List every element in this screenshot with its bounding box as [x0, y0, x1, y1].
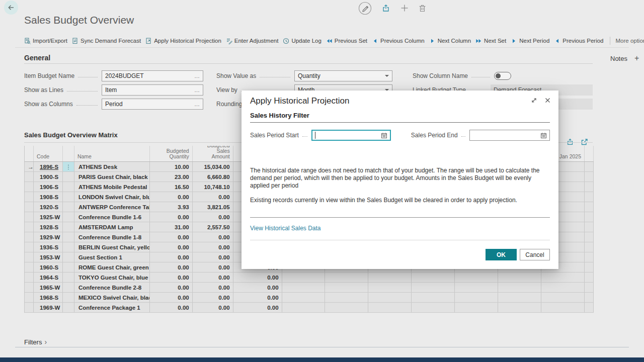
cell-amount[interactable]: 0.00 [193, 232, 233, 242]
cell-menu[interactable] [63, 212, 74, 222]
cell-code[interactable]: 1969-W [34, 303, 63, 312]
cell-qty[interactable]: 23.00 [150, 172, 193, 182]
item-code-link[interactable]: 1928-S [40, 224, 58, 230]
cell-code[interactable]: 1900-S [34, 172, 63, 182]
item-code-link[interactable]: 1920-S [40, 204, 58, 210]
show-as-lines-input[interactable]: Item … [102, 84, 203, 96]
item-code-link[interactable]: 1908-S [40, 194, 58, 200]
cell-amount[interactable]: 0.00 [193, 273, 233, 282]
cell-qty[interactable]: 0.00 [150, 242, 193, 252]
cell-code[interactable]: 1936-S [34, 242, 63, 252]
cell-amount[interactable]: 2,557.50 [193, 222, 233, 232]
cell-menu[interactable] [63, 262, 74, 272]
close-dialog-icon[interactable] [544, 97, 551, 104]
lookup-ellipsis-icon[interactable]: … [194, 101, 200, 107]
item-code-link[interactable]: 1965-W [40, 285, 60, 291]
delete-button[interactable] [419, 4, 426, 12]
lookup-ellipsis-icon[interactable]: … [194, 73, 200, 79]
cell-qty[interactable]: 0.00 [150, 192, 193, 202]
item-code-link[interactable]: 1953-W [40, 254, 60, 260]
cell-menu[interactable] [63, 252, 74, 262]
row-menu-icon[interactable]: ⋮ [63, 162, 74, 171]
cell-menu[interactable] [63, 172, 74, 182]
cell-menu[interactable] [63, 222, 74, 232]
item-code-link[interactable]: 1936-S [40, 244, 58, 250]
cell-jan[interactable] [541, 303, 585, 312]
cell-qty[interactable]: 3.93 [150, 202, 193, 212]
filters-toggle[interactable]: Filters › [24, 338, 47, 346]
item-code-link[interactable]: 1964-S [40, 275, 58, 281]
cell-amount[interactable]: 15,034.00 [193, 162, 233, 171]
cell-amount[interactable]: 3,821.05 [193, 202, 233, 212]
sync-demand-forecast-button[interactable]: Sync Demand Forecast [72, 38, 141, 44]
general-section-heading[interactable]: General [24, 54, 50, 62]
item-code-link[interactable]: 1900-S [40, 174, 58, 180]
column-header-amount[interactable]: Budgeted SalesAmount [193, 146, 233, 161]
cell-menu[interactable] [63, 303, 74, 312]
show-value-as-select[interactable]: Quantity [294, 70, 392, 81]
item-code-link[interactable]: 1968-S [40, 295, 58, 301]
column-header-name[interactable]: Name [74, 146, 150, 161]
table-row-1964-S[interactable]: 1964-STOKYO Guest Chair, blue0.000.000.0… [25, 273, 594, 283]
import-export-button[interactable]: Import/Export [24, 38, 67, 44]
cell-code[interactable]: 1965-W [34, 283, 63, 292]
cell-qty[interactable]: 0.00 [150, 252, 193, 262]
cell-amount[interactable]: 0.00 [193, 293, 233, 302]
table-row-1968-S[interactable]: 1968-SMEXICO Swivel Chair, black0.000.00… [25, 293, 594, 303]
item-code-link[interactable]: 1925-W [40, 214, 60, 220]
previous-period-button[interactable]: Previous Period [554, 38, 603, 44]
cell-code[interactable]: 1925-W [34, 212, 63, 222]
cell-extra[interactable]: 0.00 [233, 303, 282, 312]
cell-code[interactable]: 1929-W [34, 232, 63, 242]
previous-set-button[interactable]: Previous Set [326, 38, 367, 44]
enter-adjustment-button[interactable]: Enter Adjustment [226, 38, 279, 44]
cell-qty[interactable]: 0.00 [150, 262, 193, 272]
cell-code[interactable]: 1964-S [34, 273, 63, 282]
notes-plus-icon[interactable]: + [634, 54, 639, 63]
cell-jan[interactable] [541, 273, 585, 282]
cell-code[interactable]: 1896-S [34, 162, 63, 171]
cell-code[interactable]: 1960-S [34, 262, 63, 272]
cell-code[interactable]: 1953-W [34, 252, 63, 262]
cell-code[interactable]: 1968-S [34, 293, 63, 302]
item-budget-name-input[interactable]: 2024BUDGET … [102, 70, 203, 81]
cell-amount[interactable]: 0.00 [193, 283, 233, 292]
cell-amount[interactable]: 0.00 [193, 242, 233, 252]
item-code-link[interactable]: 1896-S [40, 164, 58, 170]
previous-column-button[interactable]: Previous Column [372, 38, 425, 44]
cell-qty[interactable]: 10.00 [150, 162, 193, 171]
cell-amount[interactable]: 0.00 [193, 212, 233, 222]
cell-code[interactable]: 1908-S [34, 192, 63, 202]
edit-button[interactable] [358, 2, 372, 15]
cell-code[interactable]: 1906-S [34, 182, 63, 192]
cancel-button[interactable]: Cancel [520, 249, 550, 260]
item-code-link[interactable]: 1969-W [40, 305, 60, 311]
table-row-1969-W[interactable]: 1969-WConference Package 10.000.000.00 [25, 303, 594, 313]
cell-qty[interactable]: 0.00 [150, 303, 193, 312]
back-button[interactable] [4, 1, 18, 15]
column-header-qty[interactable]: BudgetedQuantity [150, 146, 193, 161]
show-as-columns-input[interactable]: Period … [102, 99, 203, 110]
expand-dialog-icon[interactable] [531, 97, 537, 104]
item-code-link[interactable]: 1906-S [40, 184, 58, 190]
cell-menu[interactable] [63, 202, 74, 212]
cell-menu[interactable] [63, 232, 74, 242]
show-column-name-toggle[interactable] [494, 72, 511, 80]
cell-amount[interactable]: 0.00 [193, 303, 233, 312]
cell-menu[interactable] [63, 182, 74, 192]
calendar-icon[interactable] [381, 132, 387, 139]
cell-code[interactable]: 1920-S [34, 202, 63, 212]
share-button[interactable] [382, 4, 390, 13]
cell-qty[interactable]: 0.00 [150, 212, 193, 222]
sales-period-start-input[interactable] [311, 130, 391, 141]
view-historical-sales-data-link[interactable]: View Historical Sales Data [250, 225, 321, 232]
cell-menu[interactable] [63, 273, 74, 282]
cell-qty[interactable]: 16.50 [150, 182, 193, 192]
cell-menu[interactable] [63, 192, 74, 202]
ok-button[interactable]: OK [486, 249, 517, 260]
sales-period-end-input[interactable] [469, 130, 550, 141]
item-code-link[interactable]: 1929-W [40, 234, 60, 240]
cell-qty[interactable]: 31.00 [150, 222, 193, 232]
apply-historical-projection-button[interactable]: Apply Historical Projection [145, 38, 221, 44]
cell-jan[interactable] [541, 283, 585, 292]
